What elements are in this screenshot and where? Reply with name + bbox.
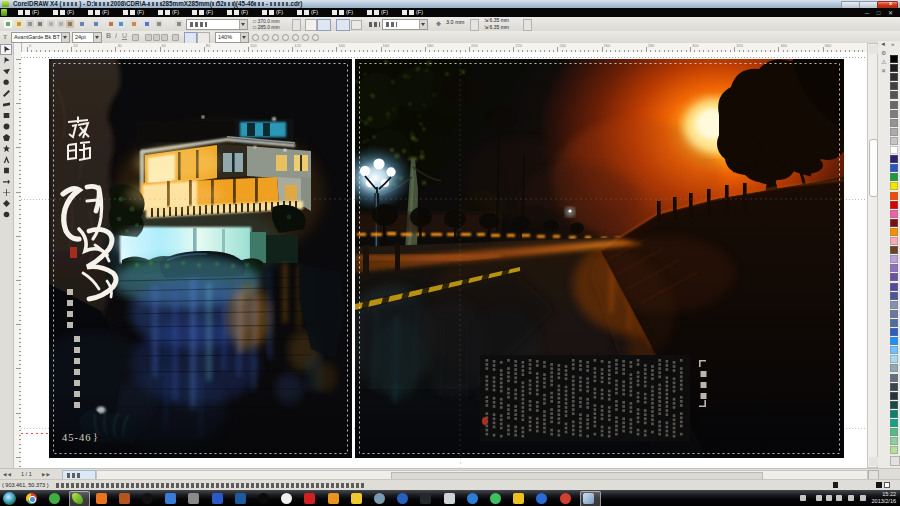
svg-text:}: } bbox=[93, 431, 98, 442]
svg-text:45-46: 45-46 bbox=[62, 432, 92, 443]
